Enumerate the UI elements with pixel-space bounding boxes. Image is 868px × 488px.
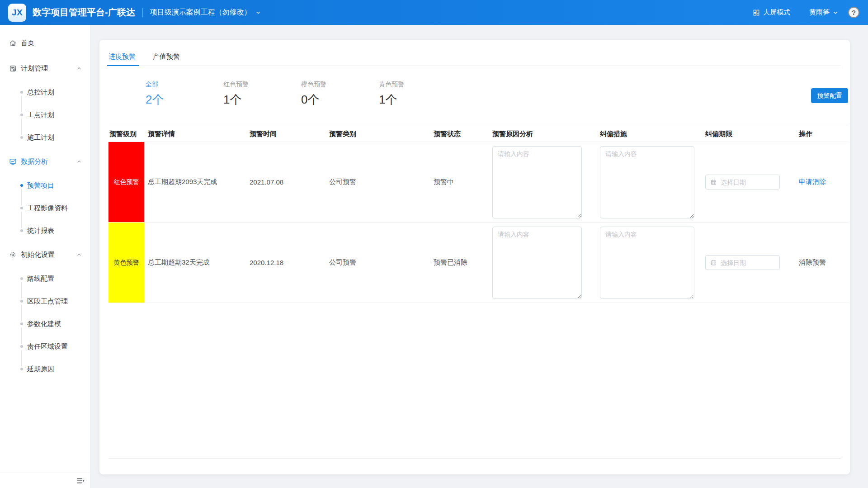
table-row: 红色预警 总工期超期2093天完成 2021.07.08 公司预警 预警中 <box>108 142 849 223</box>
tab-progress-warning[interactable]: 进度预警 <box>108 50 136 66</box>
plan-icon <box>9 65 17 72</box>
sidebar-item-project-imagery[interactable]: 工程影像资料 <box>0 197 90 219</box>
bullet-icon <box>20 114 23 116</box>
sidebar-item-label: 延期原因 <box>27 365 54 374</box>
col-header-action: 操作 <box>795 130 849 138</box>
warning-time: 2021.07.08 <box>246 142 326 222</box>
chevron-up-icon <box>76 252 82 257</box>
warning-status: 预警已消除 <box>430 223 489 303</box>
stat-orange-warning[interactable]: 橙色预警 0个 <box>301 81 379 110</box>
sidebar-group-label: 数据分析 <box>21 157 76 166</box>
sidebar-item-route-config[interactable]: 路线配置 <box>0 267 90 290</box>
sidebar-item-master-plan[interactable]: 总控计划 <box>0 81 90 104</box>
sidebar-item-site-plan[interactable]: 工点计划 <box>0 104 90 126</box>
sidebar-item-label: 总控计划 <box>27 88 54 97</box>
main-area: 进度预警 产值预警 全部 2个 红色预警 1个 橙色预警 0个 <box>90 25 868 488</box>
stat-label: 橙色预警 <box>301 81 379 89</box>
reason-textarea[interactable] <box>492 146 582 218</box>
sidebar-item-label: 施工计划 <box>27 133 54 142</box>
sidebar-item-label: 工点计划 <box>27 111 54 119</box>
sidebar-group-label: 初始化设置 <box>21 251 76 259</box>
username: 黄雨笋 <box>809 8 830 17</box>
tab-output-warning[interactable]: 产值预警 <box>153 50 180 66</box>
sidebar-item-construction-plan[interactable]: 施工计划 <box>0 126 90 149</box>
app-logo: JX <box>8 4 26 22</box>
project-selector[interactable]: 项目级演示案例工程（勿修改） <box>150 8 261 17</box>
title-divider <box>142 8 143 17</box>
stat-value: 0个 <box>301 92 379 108</box>
measure-textarea[interactable] <box>600 146 694 218</box>
sidebar-item-delay-reason[interactable]: 延期原因 <box>0 358 90 380</box>
chevron-down-icon <box>833 10 838 15</box>
reason-textarea[interactable] <box>492 227 582 299</box>
sidebar-item-responsibility-area[interactable]: 责任区域设置 <box>0 335 90 358</box>
bigscreen-mode-button[interactable]: 大屏模式 <box>753 8 790 17</box>
date-picker[interactable] <box>705 255 780 270</box>
calendar-icon <box>710 179 717 185</box>
user-menu[interactable]: 黄雨笋 <box>809 8 838 17</box>
table-header-row: 预警级别 预警详情 预警时间 预警类别 预警状态 预警原因分析 纠偏措施 纠偏期… <box>108 126 849 142</box>
home-icon <box>9 39 17 47</box>
apply-clear-link[interactable]: 申请消除 <box>799 178 826 186</box>
bullet-icon <box>20 91 23 94</box>
sidebar-item-statistics-report[interactable]: 统计报表 <box>0 219 90 242</box>
project-name: 项目级演示案例工程（勿修改） <box>150 8 251 17</box>
stat-all[interactable]: 全部 2个 <box>146 81 223 110</box>
card-footer-divider <box>108 458 841 459</box>
col-header-level: 预警级别 <box>108 130 144 138</box>
sidebar-item-label: 参数化建模 <box>27 320 61 328</box>
warning-level-cell: 黄色预警 <box>108 223 144 303</box>
gear-icon <box>9 251 17 259</box>
col-header-measure: 纠偏措施 <box>596 130 702 138</box>
warning-detail: 总工期超期32天完成 <box>144 223 246 303</box>
warning-detail: 总工期超期2093天完成 <box>144 142 246 222</box>
collapse-sidebar-icon[interactable] <box>76 476 85 485</box>
col-header-status: 预警状态 <box>430 130 489 138</box>
clear-warning-action[interactable]: 消除预警 <box>799 258 826 267</box>
sidebar-item-warning-projects[interactable]: 预警项目 <box>0 174 90 197</box>
stat-label: 黄色预警 <box>379 81 457 89</box>
sidebar-group-init-settings[interactable]: 初始化设置 <box>0 242 90 267</box>
stat-value: 1个 <box>379 92 457 108</box>
warning-table: 预警级别 预警详情 预警时间 预警类别 预警状态 预警原因分析 纠偏措施 纠偏期… <box>108 126 849 303</box>
sidebar-group-data-analysis[interactable]: 数据分析 <box>0 149 90 174</box>
action-cell: 申请消除 <box>795 142 849 222</box>
date-input[interactable] <box>721 179 775 186</box>
col-header-reason: 预警原因分析 <box>489 130 596 138</box>
chevron-down-icon <box>255 10 261 15</box>
chevron-up-icon <box>76 66 82 71</box>
sidebar: 首页 计划管理 总控计划 <box>0 25 90 488</box>
measure-textarea[interactable] <box>600 227 694 299</box>
deadline-cell <box>702 142 795 222</box>
help-icon[interactable]: ? <box>848 7 859 18</box>
deadline-cell <box>702 223 795 303</box>
action-cell: 消除预警 <box>795 223 849 303</box>
sidebar-item-label: 首页 <box>21 39 82 47</box>
sidebar-footer <box>0 473 90 488</box>
grid-screen-icon <box>753 9 760 16</box>
warning-stats: 全部 2个 红色预警 1个 橙色预警 0个 黄色预警 1个 <box>108 81 841 110</box>
sidebar-group-plan-management[interactable]: 计划管理 <box>0 56 90 81</box>
logo-text: JX <box>12 8 23 18</box>
sidebar-item-home[interactable]: 首页 <box>0 30 90 56</box>
stat-red-warning[interactable]: 红色预警 1个 <box>223 81 301 110</box>
date-picker[interactable] <box>705 175 780 190</box>
analysis-icon <box>9 158 17 166</box>
date-input[interactable] <box>721 259 775 266</box>
warning-level-cell: 红色预警 <box>108 142 144 222</box>
sidebar-item-label: 工程影像资料 <box>27 204 68 213</box>
col-header-time: 预警时间 <box>246 130 326 138</box>
stat-yellow-warning[interactable]: 黄色预警 1个 <box>379 81 457 110</box>
layout: 首页 计划管理 总控计划 <box>0 25 868 488</box>
sidebar-item-label: 预警项目 <box>27 181 54 190</box>
warning-config-button[interactable]: 预警配置 <box>811 88 848 103</box>
bullet-icon <box>20 300 23 303</box>
sidebar-item-section-site-management[interactable]: 区段工点管理 <box>0 290 90 313</box>
chevron-up-icon <box>76 159 82 164</box>
sidebar-item-parametric-modeling[interactable]: 参数化建模 <box>0 313 90 335</box>
measure-cell <box>596 142 702 222</box>
bullet-icon <box>20 322 23 325</box>
calendar-icon <box>710 259 717 266</box>
app-root: JX 数字项目管理平台-广联达 项目级演示案例工程（勿修改） 大屏模式 黄雨笋 … <box>0 0 868 488</box>
warning-status: 预警中 <box>430 142 489 222</box>
